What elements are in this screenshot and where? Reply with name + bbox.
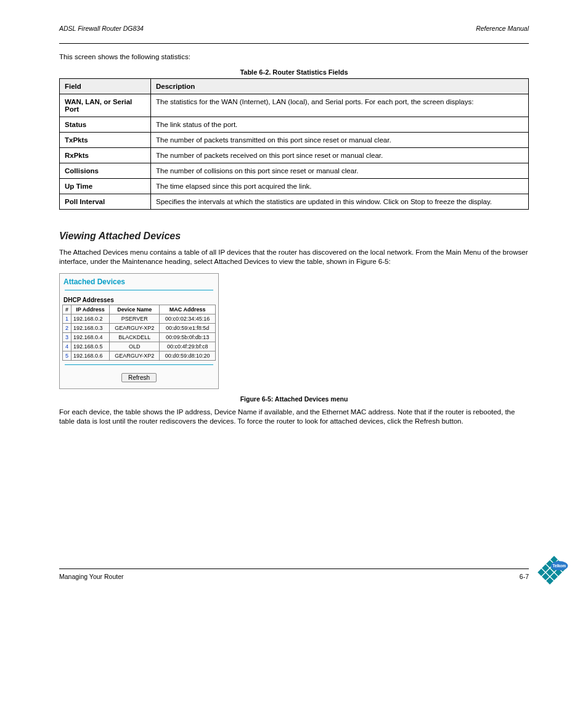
row-mac: 00:09:5b:0f:db:13: [160, 332, 216, 342]
row-num: 2: [63, 323, 71, 332]
attached-devices-panel: Attached Devices DHCP Addresses # IP Add…: [59, 273, 219, 389]
stats-row: Collisions The number of collisions on t…: [60, 163, 529, 178]
stats-desc: The number of packets transmitted on thi…: [151, 132, 529, 147]
row-num: 3: [63, 332, 71, 342]
table-row: 5 192.168.0.6 GEARGUY-XP2 00:d0:59:d8:10…: [63, 351, 216, 360]
intro-paragraph: This screen shows the following statisti…: [59, 52, 529, 62]
row-name: BLACKDELL: [110, 332, 160, 342]
stats-row: Status The link status of the port.: [60, 117, 529, 132]
panel-divider: [65, 364, 213, 365]
attached-devices-title: Attached Devices: [62, 277, 216, 290]
section-heading: Viewing Attached Devices: [59, 231, 529, 242]
stats-row: TxPkts The number of packets transmitted…: [60, 132, 529, 147]
paragraph-1: The Attached Devices menu contains a tab…: [59, 248, 529, 267]
stats-desc: The link status of the port.: [151, 117, 529, 132]
row-ip: 192.168.0.4: [71, 332, 110, 342]
row-mac: 00:c0:4f:29:bf:c8: [160, 342, 216, 351]
header-left: ADSL Firewall Router DG834: [59, 25, 144, 32]
row-name: GEARGUY-XP2: [110, 351, 160, 360]
stats-row: WAN, LAN, or Serial Port The statistics …: [60, 94, 529, 117]
stats-field: RxPkts: [60, 147, 151, 163]
paragraph-2: For each device, the table shows the IP …: [59, 408, 529, 427]
stats-field: TxPkts: [60, 132, 151, 147]
header-right: Reference Manual: [476, 25, 529, 32]
stats-table: Field Description WAN, LAN, or Serial Po…: [59, 78, 529, 210]
row-num: 5: [63, 351, 71, 360]
stats-desc: The number of packets received on this p…: [151, 147, 529, 163]
stats-field: Poll Interval: [60, 194, 151, 209]
stats-table-header-row: Field Description: [60, 78, 529, 94]
table-row: 2 192.168.0.3 GEARGUY-XP2 00:d0:59:e1:f8…: [63, 323, 216, 332]
attached-devices-subtitle: DHCP Addresses: [62, 297, 216, 305]
row-num: 4: [63, 342, 71, 351]
table-row: 3 192.168.0.4 BLACKDELL 00:09:5b:0f:db:1…: [63, 332, 216, 342]
row-name: PSERVER: [110, 314, 160, 323]
col-name: Device Name: [110, 305, 160, 314]
col-num: #: [63, 305, 71, 314]
devtable-header-row: # IP Address Device Name MAC Address: [63, 305, 216, 314]
table-row: 4 192.168.0.5 OLD 00:c0:4f:29:bf:c8: [63, 342, 216, 351]
row-mac: 00:d0:59:e1:f8:5d: [160, 323, 216, 332]
stats-field: WAN, LAN, or Serial Port: [60, 94, 151, 117]
row-name: OLD: [110, 342, 160, 351]
footer-left: Managing Your Router: [59, 573, 124, 580]
row-name: GEARGUY-XP2: [110, 323, 160, 332]
stats-field: Collisions: [60, 163, 151, 178]
row-ip: 192.168.0.3: [71, 323, 110, 332]
stats-row: RxPkts The number of packets received on…: [60, 147, 529, 163]
stats-desc: The statistics for the WAN (Internet), L…: [151, 94, 529, 117]
refresh-button[interactable]: Refresh: [121, 373, 157, 382]
table-row: 1 192.168.0.2 PSERVER 00:c0:02:34:45:16: [63, 314, 216, 323]
stats-desc: The number of collisions on this port si…: [151, 163, 529, 178]
stats-desc: The time elapsed since this port acquire…: [151, 178, 529, 194]
attached-devices-table: # IP Address Device Name MAC Address 1 1…: [62, 305, 216, 361]
row-mac: 00:d0:59:d8:10:20: [160, 351, 216, 360]
page-footer: Managing Your Router 6-7: [59, 573, 529, 580]
telkom-logo-icon: Telkom: [533, 549, 576, 593]
stats-field: Status: [60, 117, 151, 132]
row-ip: 192.168.0.6: [71, 351, 110, 360]
attached-devices-figure: Attached Devices DHCP Addresses # IP Add…: [59, 273, 529, 389]
col-ip: IP Address: [71, 305, 110, 314]
row-ip: 192.168.0.2: [71, 314, 110, 323]
stats-row: Up Time The time elapsed since this port…: [60, 178, 529, 194]
header-rule: [59, 43, 529, 44]
page-header: ADSL Firewall Router DG834 Reference Man…: [59, 25, 529, 32]
stats-field: Up Time: [60, 178, 151, 194]
row-mac: 00:c0:02:34:45:16: [160, 314, 216, 323]
footer-right: 6-7: [520, 573, 529, 580]
footer-rule: [59, 568, 529, 569]
stats-header-desc: Description: [151, 78, 529, 94]
stats-table-caption: Table 6-2. Router Statistics Fields: [59, 68, 529, 76]
col-mac: MAC Address: [160, 305, 216, 314]
row-ip: 192.168.0.5: [71, 342, 110, 351]
stats-desc: Specifies the intervals at which the sta…: [151, 194, 529, 209]
row-num: 1: [63, 314, 71, 323]
panel-divider: [65, 290, 213, 290]
stats-row: Poll Interval Specifies the intervals at…: [60, 194, 529, 209]
stats-header-field: Field: [60, 78, 151, 94]
svg-text:Telkom: Telkom: [553, 564, 566, 568]
figure-caption: Figure 6-5: Attached Devices menu: [59, 395, 529, 403]
